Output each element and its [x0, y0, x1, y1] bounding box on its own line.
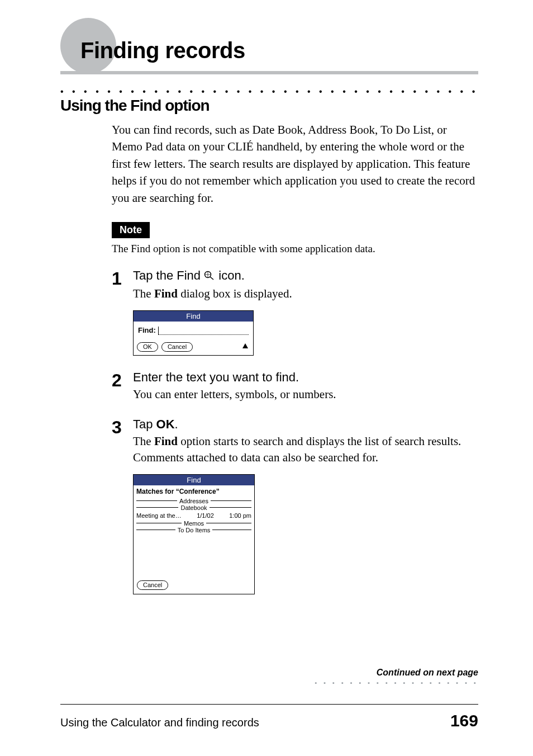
intro-paragraph: You can find records, such as Date Book,… [112, 121, 478, 206]
result-text: Meeting at the… [136, 512, 182, 519]
chapter-title: Finding records [60, 34, 478, 74]
continued-block: Continued on next page • • • • • • • • •… [315, 668, 478, 688]
matches-text: Matches for “Conference” [134, 485, 254, 498]
desc-bold: Find [154, 434, 178, 448]
desc-after: option starts to search and displays the… [133, 434, 461, 464]
section-heading: Using the Find option [60, 97, 478, 115]
category-todo: To Do Items [134, 527, 254, 533]
step-2-title: Enter the text you want to find. [133, 370, 478, 385]
step-3-title: Tap OK. [133, 417, 478, 432]
note-text: The Find option is not compatible with s… [112, 243, 478, 255]
desc-after: dialog box is displayed. [178, 287, 292, 300]
dotted-divider: • • • • • • • • • • • • • • • • • • • • … [60, 87, 478, 97]
cat-label: Datebook [178, 504, 209, 511]
category-addresses: Addresses [134, 498, 254, 504]
page-footer: Using the Calculator and finding records… [60, 704, 478, 730]
desc-before: The [133, 434, 154, 448]
cancel-button[interactable]: Cancel [137, 580, 168, 590]
desc-before: The [133, 287, 154, 300]
step-number: 2 [112, 371, 133, 389]
svg-marker-4 [242, 343, 248, 348]
find-label: Find: [138, 326, 156, 334]
dialog-small-title: Find [134, 311, 253, 322]
step-number: 1 [112, 270, 133, 287]
category-datebook: Datebook [134, 504, 254, 511]
matches-query: “Conference” [176, 488, 220, 495]
desc-bold: Find [154, 287, 178, 300]
find-input[interactable] [158, 326, 249, 335]
result-date: 1/1/02 [197, 512, 214, 519]
step-2: 2 Enter the text you want to find. You c… [112, 370, 478, 403]
page-number: 169 [450, 711, 478, 730]
title-before: Tap [133, 417, 156, 431]
scroll-up-icon[interactable] [242, 343, 249, 351]
result-time: 1:00 pm [229, 512, 251, 519]
step-3: 3 Tap OK. The Find option starts to sear… [112, 417, 478, 466]
title-after: . [175, 417, 178, 431]
find-dialog-small: Find Find: OK Cancel [133, 310, 254, 356]
category-memos: Memos [134, 520, 254, 527]
find-results-dialog: Find Matches for “Conference” Addresses … [133, 474, 255, 594]
continued-dots: • • • • • • • • • • • • • • • • • • • [315, 679, 478, 688]
find-icon [204, 270, 215, 284]
step-1-title-after: icon. [215, 268, 245, 282]
footer-chapter: Using the Calculator and finding records [60, 716, 259, 729]
step-2-desc: You can enter letters, symbols, or numbe… [133, 386, 478, 403]
continued-text: Continued on next page [315, 668, 478, 678]
cat-label: Memos [182, 520, 206, 527]
note-label: Note [112, 222, 150, 238]
cat-label: Addresses [177, 498, 211, 504]
title-bold: OK [156, 417, 175, 431]
step-3-desc: The Find option starts to search and dis… [133, 433, 478, 466]
cat-label: To Do Items [175, 527, 213, 533]
step-1-desc: The Find dialog box is displayed. [133, 286, 478, 302]
result-row[interactable]: Meeting at the… 1/1/02 1:00 pm [134, 511, 254, 520]
cancel-button[interactable]: Cancel [161, 342, 193, 352]
matches-prefix: Matches for [136, 488, 176, 495]
ok-button[interactable]: OK [137, 342, 158, 352]
step-1: 1 Tap the Find icon. The Find dialog box… [112, 268, 478, 302]
dialog-large-title: Find [134, 475, 254, 485]
step-1-title-before: Tap the Find [133, 268, 204, 282]
step-number: 3 [112, 418, 133, 436]
chapter-header: Finding records [60, 34, 478, 74]
svg-line-1 [210, 277, 213, 280]
step-1-title: Tap the Find icon. [133, 268, 478, 284]
